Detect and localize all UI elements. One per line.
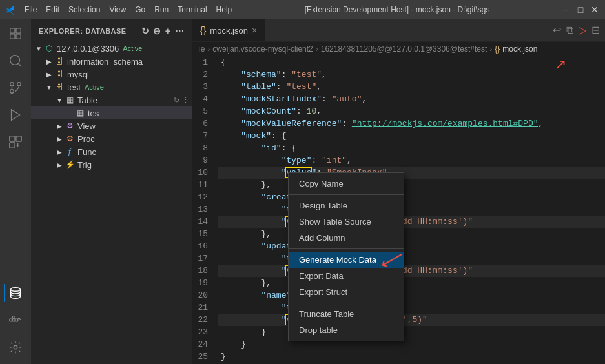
tree-item-table-group[interactable]: ▼ ▦ Table ↻ ⋮ [31,94,192,106]
tree-arrow-icon: ▼ [54,95,65,105]
svg-rect-13 [10,143,15,148]
activity-settings-icon[interactable] [4,336,27,359]
line-content: }, [218,179,605,191]
activity-debug-icon[interactable] [4,103,27,126]
breadcrumb-current: mock.json [502,45,537,54]
menu-view[interactable]: View [109,5,126,14]
minimize-button[interactable]: ─ [562,6,570,14]
tree-item-tes[interactable]: ▦ tes [31,106,192,119]
activity-search-icon[interactable] [4,49,27,72]
line-content: } [218,350,605,363]
menu-add-column[interactable]: Add Column [289,230,404,246]
menu-design-table[interactable]: Design Table [289,197,404,214]
code-line: 8 "id": { [192,142,605,154]
menu-bar: File Edit Selection View Go Run Terminal… [25,5,232,14]
main-layout: EXPLORER: DATABASE ↻ ⊖ + ⋯ ▼ ⬡ 127.0.0.1… [0,19,605,364]
code-line: 2 "schema": "test", [192,68,605,81]
maximize-button[interactable]: □ [577,6,584,14]
activity-extensions-icon[interactable] [4,130,27,154]
menu-terminal[interactable]: Terminal [178,5,207,14]
tree-label-server: 127.0.0.1@3306 [57,44,119,54]
menu-generate-mock-data[interactable]: Generate Mock Data [289,252,404,268]
collapse-icon[interactable]: ⊖ [153,26,161,36]
svg-rect-16 [12,319,15,321]
line-number: 6 [192,117,218,130]
menu-copy-name[interactable]: Copy Name [289,176,404,192]
svg-rect-12 [16,136,21,141]
svg-point-4 [10,56,20,65]
tree-arrow-icon: ▶ [54,134,65,144]
line-number: 13 [192,203,218,216]
tree-item-proc[interactable]: ▶ ⚙ Proc [31,132,192,145]
line-content: "mockValueReference": "http://mockjs.com… [218,117,605,130]
line-content: "create_time": { [218,191,605,203]
vscode-logo-icon [6,5,17,15]
code-line: 6 "mockValueReference": "http://mockjs.c… [192,117,605,130]
menu-drop-table[interactable]: Drop table [289,322,404,338]
table-refresh-icon[interactable]: ↻ [174,96,179,105]
tree-item-func[interactable]: ▶ ƒ Func [31,145,192,158]
db-icon: 🗄 [54,56,65,66]
db-active-icon: 🗄 [54,82,65,92]
menu-help[interactable]: Help [216,5,232,14]
split-editor-icon[interactable]: ⧉ [566,25,573,36]
menu-export-struct[interactable]: Export Struct [289,284,404,300]
breadcrumb-part-3: 1621843811205@@127.0.0.1@3306@test#test [321,45,487,54]
close-button[interactable]: ✕ [591,6,599,14]
tree-item-mysql[interactable]: ▶ 🗄 mysql [31,68,192,81]
tree-arrow-icon: ▶ [44,56,54,66]
sidebar-title: EXPLORER: DATABASE [39,27,127,35]
activity-database-icon[interactable] [4,281,27,305]
tree-label-proc: Proc [77,134,95,144]
line-number: 14 [192,216,218,228]
tree-label-view: View [77,121,96,131]
line-number: 5 [192,105,218,117]
refresh-icon[interactable]: ↻ [141,26,150,36]
toggle-panel-icon[interactable]: ⊟ [591,24,600,36]
line-number: 4 [192,93,218,105]
line-content: "value": "@now('yyyy-MM-dd HH:mm:ss')" [218,265,605,277]
run-icon[interactable]: ▷ [579,24,586,36]
line-number: 16 [192,240,218,252]
svg-rect-15 [10,319,12,321]
tree-item-test[interactable]: ▼ 🗄 test Active [31,81,192,94]
tree-item-trig[interactable]: ▶ ⚡ Trig [31,158,192,171]
line-content: "type": "datetime", [218,203,605,216]
activity-git-icon[interactable] [4,76,27,99]
svg-rect-2 [10,34,15,39]
add-connection-icon[interactable]: + [165,26,171,36]
line-content: }, [218,228,605,240]
tab-close-button[interactable]: × [252,25,257,35]
code-line: 7 "mock": { [192,130,605,142]
activity-explorer-icon[interactable] [4,22,27,45]
menu-run[interactable]: Run [154,5,169,14]
db-icon: 🗄 [54,69,65,79]
svg-rect-0 [10,28,15,33]
go-back-icon[interactable]: ↩ [553,24,561,36]
tree-arrow-icon: ▼ [44,82,54,92]
menu-go[interactable]: Go [135,5,145,14]
menu-file[interactable]: File [25,5,37,14]
more-options-icon[interactable]: ⋯ [175,26,185,36]
table-icon: ▦ [75,108,85,118]
code-editor[interactable]: 1 { 2 "schema": "test", 3 "table": "test… [192,56,605,364]
editor-area: {} mock.json × ↩ ⧉ ▷ ⊟ ie › cweijan.vsco… [192,19,605,364]
tree-label-trig: Trig [77,160,92,170]
tree-item-server[interactable]: ▼ ⬡ 127.0.0.1@3306 Active [31,42,192,55]
menu-edit[interactable]: Edit [46,5,59,14]
line-content: "update_time": { [218,240,605,252]
tab-mock-json[interactable]: {} mock.json × [192,19,265,41]
menu-separator [289,248,404,249]
activity-docker-icon[interactable] [4,308,27,332]
table-more-icon[interactable]: ⋮ [182,96,189,105]
trig-icon: ⚡ [65,159,75,170]
menu-export-data[interactable]: Export Data [289,268,404,284]
menu-truncate-table[interactable]: Truncate Table [289,306,404,322]
code-line: 25 } [192,350,605,363]
func-icon: ƒ [65,147,75,157]
line-content: } [218,326,605,338]
menu-selection[interactable]: Selection [68,5,100,14]
tree-item-view[interactable]: ▶ ⚙ View [31,119,192,132]
tree-item-info-schema[interactable]: ▶ 🗄 information_schema [31,55,192,68]
menu-show-table-source[interactable]: Show Table Source [289,214,404,230]
